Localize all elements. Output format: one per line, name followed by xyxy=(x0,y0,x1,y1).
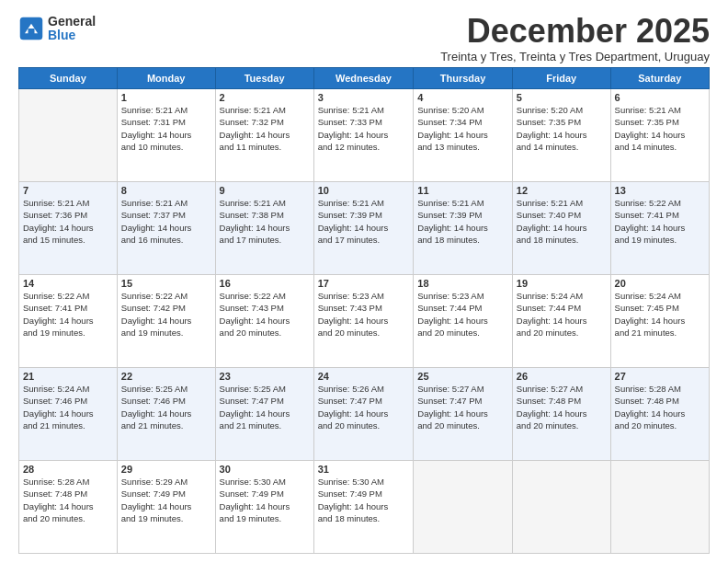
day-number: 25 xyxy=(417,371,508,382)
day-info: Sunrise: 5:25 AM Sunset: 7:46 PM Dayligh… xyxy=(121,383,211,431)
day-info: Sunrise: 5:21 AM Sunset: 7:37 PM Dayligh… xyxy=(121,197,211,246)
day-info: Sunrise: 5:21 AM Sunset: 7:36 PM Dayligh… xyxy=(23,197,113,246)
col-tuesday: Tuesday xyxy=(215,68,313,89)
day-info: Sunrise: 5:22 AM Sunset: 7:43 PM Dayligh… xyxy=(220,290,310,339)
calendar-table: Sunday Monday Tuesday Wednesday Thursday… xyxy=(18,67,710,554)
day-number: 3 xyxy=(318,92,410,103)
day-number: 2 xyxy=(220,92,310,103)
table-row: 29Sunrise: 5:29 AM Sunset: 7:49 PM Dayli… xyxy=(117,461,215,554)
day-info: Sunrise: 5:26 AM Sunset: 7:47 PM Dayligh… xyxy=(318,383,410,431)
location-subtitle: Treinta y Tres, Treinta y Tres Departmen… xyxy=(440,50,710,63)
day-number: 10 xyxy=(318,185,410,196)
day-number: 1 xyxy=(121,92,211,103)
calendar-header-row: Sunday Monday Tuesday Wednesday Thursday… xyxy=(19,68,710,89)
day-number: 19 xyxy=(517,278,607,289)
day-number: 18 xyxy=(417,278,508,289)
day-number: 24 xyxy=(318,371,410,382)
logo-blue-text: Blue xyxy=(48,29,96,42)
table-row: 10Sunrise: 5:21 AM Sunset: 7:39 PM Dayli… xyxy=(313,182,414,275)
month-title: December 2025 xyxy=(440,15,710,48)
day-info: Sunrise: 5:28 AM Sunset: 7:48 PM Dayligh… xyxy=(23,476,113,524)
table-row: 1Sunrise: 5:21 AM Sunset: 7:31 PM Daylig… xyxy=(117,89,215,182)
day-number: 9 xyxy=(220,185,310,196)
table-row: 14Sunrise: 5:22 AM Sunset: 7:41 PM Dayli… xyxy=(19,275,118,368)
day-info: Sunrise: 5:21 AM Sunset: 7:33 PM Dayligh… xyxy=(318,104,410,153)
day-info: Sunrise: 5:27 AM Sunset: 7:47 PM Dayligh… xyxy=(417,383,508,431)
table-row: 11Sunrise: 5:21 AM Sunset: 7:39 PM Dayli… xyxy=(414,182,513,275)
day-number: 28 xyxy=(23,464,113,475)
day-info: Sunrise: 5:21 AM Sunset: 7:31 PM Dayligh… xyxy=(121,104,211,153)
logo: General Blue xyxy=(18,15,96,43)
calendar-week-row: 7Sunrise: 5:21 AM Sunset: 7:36 PM Daylig… xyxy=(19,182,710,275)
day-info: Sunrise: 5:24 AM Sunset: 7:46 PM Dayligh… xyxy=(23,383,113,431)
day-info: Sunrise: 5:28 AM Sunset: 7:48 PM Dayligh… xyxy=(615,383,705,431)
day-number: 31 xyxy=(318,464,410,475)
day-info: Sunrise: 5:24 AM Sunset: 7:44 PM Dayligh… xyxy=(517,290,607,339)
day-info: Sunrise: 5:24 AM Sunset: 7:45 PM Dayligh… xyxy=(615,290,705,339)
table-row: 25Sunrise: 5:27 AM Sunset: 7:47 PM Dayli… xyxy=(414,368,513,461)
table-row: 6Sunrise: 5:21 AM Sunset: 7:35 PM Daylig… xyxy=(610,89,709,182)
table-row: 20Sunrise: 5:24 AM Sunset: 7:45 PM Dayli… xyxy=(610,275,709,368)
day-number: 27 xyxy=(615,371,705,382)
day-info: Sunrise: 5:21 AM Sunset: 7:39 PM Dayligh… xyxy=(417,197,508,246)
table-row: 8Sunrise: 5:21 AM Sunset: 7:37 PM Daylig… xyxy=(117,182,215,275)
day-number: 26 xyxy=(517,371,607,382)
title-section: December 2025 Treinta y Tres, Treinta y … xyxy=(440,15,710,63)
day-number: 7 xyxy=(23,185,113,196)
col-wednesday: Wednesday xyxy=(313,68,414,89)
table-row: 7Sunrise: 5:21 AM Sunset: 7:36 PM Daylig… xyxy=(19,182,118,275)
table-row: 9Sunrise: 5:21 AM Sunset: 7:38 PM Daylig… xyxy=(215,182,313,275)
day-number: 29 xyxy=(121,464,211,475)
day-info: Sunrise: 5:23 AM Sunset: 7:43 PM Dayligh… xyxy=(318,290,410,339)
day-number: 8 xyxy=(121,185,211,196)
day-info: Sunrise: 5:22 AM Sunset: 7:42 PM Dayligh… xyxy=(121,290,211,339)
col-sunday: Sunday xyxy=(19,68,118,89)
table-row: 5Sunrise: 5:20 AM Sunset: 7:35 PM Daylig… xyxy=(512,89,610,182)
day-number: 11 xyxy=(417,185,508,196)
day-info: Sunrise: 5:29 AM Sunset: 7:49 PM Dayligh… xyxy=(121,476,211,524)
table-row: 22Sunrise: 5:25 AM Sunset: 7:46 PM Dayli… xyxy=(117,368,215,461)
col-saturday: Saturday xyxy=(610,68,709,89)
day-info: Sunrise: 5:20 AM Sunset: 7:35 PM Dayligh… xyxy=(517,104,607,153)
col-friday: Friday xyxy=(512,68,610,89)
table-row: 24Sunrise: 5:26 AM Sunset: 7:47 PM Dayli… xyxy=(313,368,414,461)
day-number: 15 xyxy=(121,278,211,289)
day-info: Sunrise: 5:25 AM Sunset: 7:47 PM Dayligh… xyxy=(220,383,310,431)
table-row: 28Sunrise: 5:28 AM Sunset: 7:48 PM Dayli… xyxy=(19,461,118,554)
day-number: 13 xyxy=(615,185,705,196)
day-info: Sunrise: 5:27 AM Sunset: 7:48 PM Dayligh… xyxy=(517,383,607,431)
day-number: 12 xyxy=(517,185,607,196)
table-row xyxy=(512,461,610,554)
table-row: 3Sunrise: 5:21 AM Sunset: 7:33 PM Daylig… xyxy=(313,89,414,182)
day-number: 20 xyxy=(615,278,705,289)
calendar-week-row: 1Sunrise: 5:21 AM Sunset: 7:31 PM Daylig… xyxy=(19,89,710,182)
day-info: Sunrise: 5:21 AM Sunset: 7:35 PM Dayligh… xyxy=(615,104,705,153)
day-number: 21 xyxy=(23,371,113,382)
table-row: 2Sunrise: 5:21 AM Sunset: 7:32 PM Daylig… xyxy=(215,89,313,182)
table-row: 4Sunrise: 5:20 AM Sunset: 7:34 PM Daylig… xyxy=(414,89,513,182)
table-row: 30Sunrise: 5:30 AM Sunset: 7:49 PM Dayli… xyxy=(215,461,313,554)
day-number: 30 xyxy=(220,464,310,475)
day-info: Sunrise: 5:30 AM Sunset: 7:49 PM Dayligh… xyxy=(318,476,410,524)
table-row: 15Sunrise: 5:22 AM Sunset: 7:42 PM Dayli… xyxy=(117,275,215,368)
calendar-week-row: 21Sunrise: 5:24 AM Sunset: 7:46 PM Dayli… xyxy=(19,368,710,461)
table-row: 31Sunrise: 5:30 AM Sunset: 7:49 PM Dayli… xyxy=(313,461,414,554)
day-number: 23 xyxy=(220,371,310,382)
day-number: 5 xyxy=(517,92,607,103)
table-row xyxy=(610,461,709,554)
calendar-week-row: 28Sunrise: 5:28 AM Sunset: 7:48 PM Dayli… xyxy=(19,461,710,554)
logo-icon xyxy=(18,16,44,41)
table-row: 17Sunrise: 5:23 AM Sunset: 7:43 PM Dayli… xyxy=(313,275,414,368)
table-row: 26Sunrise: 5:27 AM Sunset: 7:48 PM Dayli… xyxy=(512,368,610,461)
day-info: Sunrise: 5:22 AM Sunset: 7:41 PM Dayligh… xyxy=(615,197,705,246)
table-row: 23Sunrise: 5:25 AM Sunset: 7:47 PM Dayli… xyxy=(215,368,313,461)
table-row: 27Sunrise: 5:28 AM Sunset: 7:48 PM Dayli… xyxy=(610,368,709,461)
page-header: General Blue December 2025 Treinta y Tre… xyxy=(18,15,710,63)
table-row: 19Sunrise: 5:24 AM Sunset: 7:44 PM Dayli… xyxy=(512,275,610,368)
day-info: Sunrise: 5:21 AM Sunset: 7:32 PM Dayligh… xyxy=(220,104,310,153)
day-number: 4 xyxy=(417,92,508,103)
col-monday: Monday xyxy=(117,68,215,89)
day-number: 6 xyxy=(615,92,705,103)
day-info: Sunrise: 5:20 AM Sunset: 7:34 PM Dayligh… xyxy=(417,104,508,153)
calendar-week-row: 14Sunrise: 5:22 AM Sunset: 7:41 PM Dayli… xyxy=(19,275,710,368)
